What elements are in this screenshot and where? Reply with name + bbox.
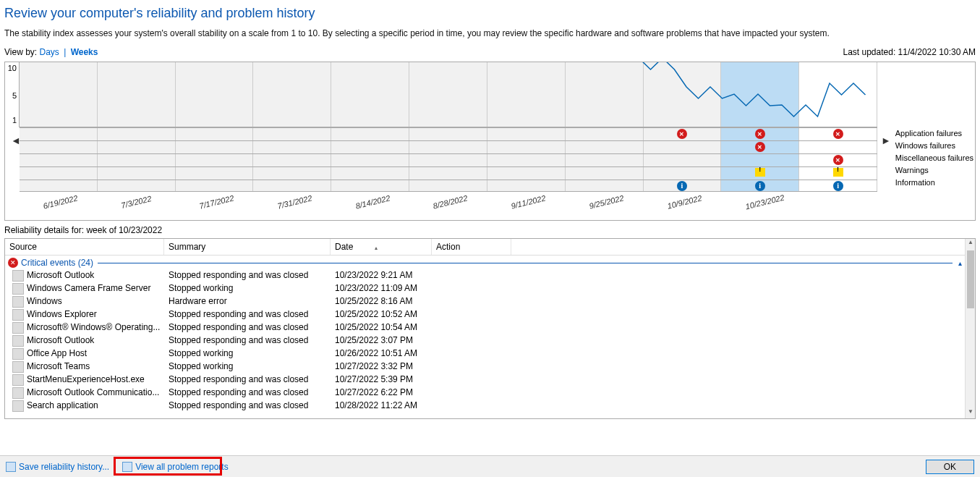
cell-date: 10/25/2022 10:52 AM [335, 309, 436, 321]
cell-summary: Stopped responding and was closed [169, 387, 335, 399]
scroll-left-arrow[interactable]: ◄ [11, 135, 18, 146]
cell-date: 10/27/2022 3:32 PM [335, 361, 436, 373]
table-row[interactable]: Microsoft® Windows® Operating...Stopped … [5, 321, 965, 334]
stability-line [639, 62, 877, 127]
cell-date: 10/23/2022 11:09 AM [335, 283, 436, 295]
page-title: Review your computer's reliability and p… [4, 6, 976, 21]
cell-summary: Stopped responding and was closed [169, 270, 335, 282]
date-tick-label: 8/28/2022 [433, 193, 469, 210]
cell-source: Search application [27, 400, 169, 412]
cell-summary: Stopped responding and was closed [169, 374, 335, 386]
cell-source: Windows Explorer [27, 309, 169, 321]
cell-source: Windows Camera Frame Server [27, 283, 169, 295]
cell-summary: Stopped responding and was closed [169, 400, 335, 412]
cell-date: 10/26/2022 10:51 AM [335, 348, 436, 360]
table-row[interactable]: Microsoft TeamsStopped working10/27/2022… [5, 360, 965, 373]
cell-source: Microsoft Outlook Communicatio... [27, 387, 169, 399]
cell-date: 10/28/2022 11:22 AM [335, 400, 436, 412]
y-axis: 10 5 1 [5, 62, 20, 127]
table-row[interactable]: Search applicationStopped responding and… [5, 400, 965, 413]
col-action[interactable]: Action [432, 239, 511, 255]
view-all-problem-reports-link[interactable]: View all problem reports [122, 462, 229, 472]
table-row[interactable]: Microsoft OutlookStopped responding and … [5, 269, 965, 282]
error-icon: ✕ [8, 258, 18, 268]
app-icon [12, 270, 24, 282]
scroll-right-arrow[interactable]: ► [881, 135, 888, 146]
ok-button[interactable]: OK [926, 460, 974, 474]
date-tick-label: 7/31/2022 [276, 193, 312, 210]
group-label: Critical events (24) [21, 258, 93, 268]
col-summary[interactable]: Summary [164, 239, 331, 255]
cell-source: Windows [27, 296, 169, 308]
app-icon [12, 400, 24, 412]
cell-source: Microsoft Teams [27, 361, 169, 373]
app-icon [12, 387, 24, 399]
scrollbar-up-arrow[interactable]: ▲ [966, 239, 976, 249]
app-icon [12, 335, 24, 347]
view-by-label: View by: [4, 47, 37, 57]
app-icon [12, 361, 24, 373]
cell-summary: Stopped working [169, 283, 335, 295]
cell-date: 10/27/2022 5:39 PM [335, 374, 436, 386]
table-row[interactable]: Office App HostStopped working10/26/2022… [5, 347, 965, 360]
date-tick-label: 8/14/2022 [354, 193, 391, 210]
cell-source: StartMenuExperienceHost.exe [27, 374, 169, 386]
cell-date: 10/25/2022 3:07 PM [335, 335, 436, 347]
group-critical-events[interactable]: ✕Critical events (24)▴ [5, 256, 965, 269]
cell-date: 10/25/2022 10:54 AM [335, 322, 436, 334]
sort-indicator-icon: ▴ [375, 245, 378, 251]
save-icon [6, 462, 16, 472]
date-tick-label: 10/9/2022 [666, 193, 702, 210]
event-row-labels: Application failures Windows failures Mi… [895, 127, 973, 189]
view-by-days-link[interactable]: Days [39, 47, 59, 57]
footer-bar: Save reliability history... View all pro… [0, 455, 980, 477]
page-description: The stability index assesses your system… [4, 28, 976, 38]
app-icon [12, 296, 24, 308]
cell-summary: Hardware error [169, 296, 335, 308]
view-by-weeks-link[interactable]: Weeks [71, 47, 98, 57]
app-icon [12, 322, 24, 334]
table-row[interactable]: WindowsHardware error10/25/2022 8:16 AM [5, 295, 965, 308]
vertical-scrollbar[interactable]: ▲ ▼ [965, 239, 975, 418]
date-tick-label: 7/17/2022 [198, 193, 234, 210]
scrollbar-thumb[interactable] [967, 250, 974, 308]
cell-source: Microsoft Outlook [27, 270, 169, 282]
stability-chart-area [20, 62, 877, 127]
table-header-row: Source Summary Date▴ Action [5, 239, 975, 256]
date-axis: 6/19/20227/3/20227/17/20227/31/20228/14/… [20, 191, 877, 220]
cell-summary: Stopped responding and was closed [169, 322, 335, 334]
cell-source: Office App Host [27, 348, 169, 360]
cell-date: 10/25/2022 8:16 AM [335, 296, 436, 308]
table-row[interactable]: Windows Camera Frame ServerStopped worki… [5, 282, 965, 295]
scrollbar-down-arrow[interactable]: ▼ [966, 408, 976, 418]
table-row[interactable]: Microsoft Outlook Communicatio...Stopped… [5, 387, 965, 400]
table-row[interactable]: StartMenuExperienceHost.exeStopped respo… [5, 373, 965, 387]
view-by-controls: View by: Days | Weeks [4, 47, 98, 57]
cell-source: Microsoft Outlook [27, 335, 169, 347]
table-row[interactable]: Microsoft OutlookStopped responding and … [5, 334, 965, 347]
app-icon [12, 283, 24, 295]
cell-source: Microsoft® Windows® Operating... [27, 322, 169, 334]
cell-summary: Stopped working [169, 348, 335, 360]
details-table: Source Summary Date▴ Action ✕Critical ev… [4, 238, 976, 419]
app-icon [12, 348, 24, 360]
details-header: Reliability details for: week of 10/23/2… [0, 221, 980, 238]
app-icon [12, 309, 24, 321]
event-rows-grid [20, 127, 877, 193]
collapse-icon: ▴ [958, 259, 962, 267]
date-tick-label: 10/23/2022 [744, 193, 785, 211]
report-icon [122, 462, 132, 472]
cell-summary: Stopped working [169, 361, 335, 373]
table-row[interactable]: Windows ExplorerStopped responding and w… [5, 308, 965, 321]
cell-date: 10/27/2022 6:22 PM [335, 387, 436, 399]
cell-summary: Stopped responding and was closed [169, 309, 335, 321]
col-date[interactable]: Date▴ [331, 239, 432, 255]
cell-date: 10/23/2022 9:21 AM [335, 270, 436, 282]
save-reliability-history-link[interactable]: Save reliability history... [6, 462, 109, 472]
date-tick-label: 7/3/2022 [120, 194, 152, 210]
date-tick-label: 6/19/2022 [43, 193, 79, 210]
col-source[interactable]: Source [5, 239, 164, 255]
date-tick-label: 9/11/2022 [511, 193, 547, 210]
cell-summary: Stopped responding and was closed [169, 335, 335, 347]
date-tick-label: 9/25/2022 [588, 193, 624, 210]
